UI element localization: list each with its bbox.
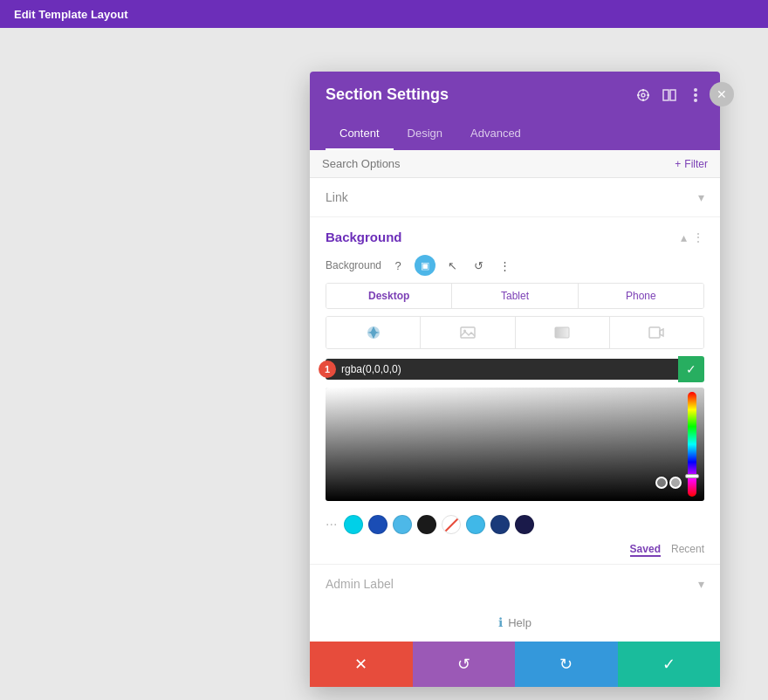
svg-rect-7 bbox=[670, 90, 675, 100]
hue-slider-container bbox=[683, 388, 701, 501]
color-confirm-button[interactable]: ✓ bbox=[678, 356, 704, 382]
color-picker-circle-2[interactable] bbox=[655, 477, 668, 489]
app-title: Edit Template Layout bbox=[14, 8, 128, 21]
svg-rect-6 bbox=[663, 90, 669, 100]
svg-point-8 bbox=[694, 88, 697, 92]
reset-icon[interactable]: ↺ bbox=[469, 256, 488, 275]
filter-icon: + bbox=[675, 158, 681, 170]
modal-body: Link ▾ Background ▴ ⋮ Background ? ▣ bbox=[310, 178, 720, 642]
gradient-black-overlay bbox=[326, 388, 704, 501]
bg-color-type-button[interactable] bbox=[326, 317, 421, 348]
bg-gradient-type-button[interactable] bbox=[516, 317, 610, 348]
top-bar: Edit Template Layout bbox=[0, 0, 768, 28]
admin-label-chevron-icon: ▾ bbox=[698, 577, 704, 591]
recent-tab[interactable]: Recent bbox=[671, 543, 704, 557]
main-area: ✕ Section Settings bbox=[0, 28, 768, 700]
redo-button[interactable]: ↻ bbox=[515, 642, 618, 687]
color-gradient-canvas[interactable] bbox=[326, 388, 704, 501]
desktop-active-icon[interactable]: ▣ bbox=[415, 255, 435, 276]
hue-slider-thumb[interactable] bbox=[685, 474, 699, 478]
background-type-row bbox=[326, 316, 704, 349]
color-value-input[interactable] bbox=[326, 359, 678, 380]
modal-title: Section Settings bbox=[326, 86, 449, 104]
svg-point-9 bbox=[694, 93, 697, 97]
color-badge: 1 bbox=[319, 360, 336, 378]
close-icon: ✕ bbox=[717, 87, 727, 101]
svg-point-10 bbox=[694, 99, 697, 102]
cursor-icon[interactable]: ↖ bbox=[442, 256, 462, 275]
tab-desktop[interactable]: Desktop bbox=[326, 284, 452, 308]
help-circle-icon: ℹ bbox=[498, 615, 503, 629]
swatch-cyan[interactable] bbox=[344, 515, 363, 534]
svg-rect-14 bbox=[555, 327, 569, 338]
background-section-header: Background ▴ ⋮ bbox=[310, 217, 720, 251]
admin-label-title: Admin Label bbox=[326, 577, 394, 591]
columns-icon[interactable] bbox=[661, 86, 678, 104]
search-row: + Filter bbox=[310, 150, 720, 178]
hue-slider-track[interactable] bbox=[688, 392, 696, 497]
tab-tablet[interactable]: Tablet bbox=[452, 284, 578, 308]
saved-colors-row: ··· bbox=[310, 510, 720, 543]
swatch-navy[interactable] bbox=[490, 515, 510, 534]
search-input[interactable] bbox=[322, 157, 675, 170]
swatch-sky-blue[interactable] bbox=[466, 515, 485, 534]
svg-rect-12 bbox=[461, 327, 475, 338]
color-picker-area: 1 ✓ bbox=[326, 356, 704, 501]
filter-button[interactable]: + Filter bbox=[675, 158, 708, 170]
color-tabs-row: Saved Recent bbox=[310, 543, 720, 564]
focus-icon[interactable] bbox=[634, 86, 652, 104]
section-settings-modal: ✕ Section Settings bbox=[310, 72, 720, 687]
options-dots-icon[interactable]: ⋮ bbox=[495, 256, 514, 275]
modal-header-icons bbox=[634, 86, 704, 104]
link-chevron-icon: ▾ bbox=[698, 190, 704, 204]
tab-design[interactable]: Design bbox=[394, 118, 456, 150]
link-title: Link bbox=[326, 190, 348, 204]
device-tabs: Desktop Tablet Phone bbox=[326, 283, 704, 309]
background-more-icon[interactable]: ⋮ bbox=[692, 230, 704, 244]
background-collapse-icon[interactable]: ▴ bbox=[681, 230, 687, 244]
swatch-black[interactable] bbox=[417, 515, 436, 534]
close-button[interactable]: ✕ bbox=[710, 82, 734, 106]
background-controls-row: Background ? ▣ ↖ ↺ ⋮ bbox=[310, 251, 720, 283]
swatch-transparent[interactable] bbox=[442, 515, 461, 534]
background-section: Background ▴ ⋮ Background ? ▣ ↖ ↺ ⋮ bbox=[310, 217, 720, 565]
svg-point-1 bbox=[641, 93, 645, 97]
saved-tab[interactable]: Saved bbox=[630, 543, 661, 557]
background-section-title: Background bbox=[326, 230, 402, 244]
modal-header: Section Settings bbox=[310, 72, 720, 118]
swatch-dark-navy[interactable] bbox=[515, 515, 534, 534]
bg-image-type-button[interactable] bbox=[421, 317, 515, 348]
tab-phone[interactable]: Phone bbox=[579, 284, 703, 308]
more-options-icon[interactable] bbox=[687, 86, 704, 104]
tab-content[interactable]: Content bbox=[326, 118, 394, 150]
filter-label: Filter bbox=[684, 158, 708, 170]
tabs-row: Content Design Advanced bbox=[310, 118, 720, 150]
color-picker-circle-1[interactable] bbox=[669, 477, 682, 489]
svg-rect-16 bbox=[649, 327, 660, 338]
confirm-button[interactable]: ✓ bbox=[618, 642, 721, 687]
admin-label-section[interactable]: Admin Label ▾ bbox=[310, 565, 720, 603]
background-label: Background bbox=[326, 259, 381, 271]
tab-advanced[interactable]: Advanced bbox=[456, 118, 535, 150]
link-section[interactable]: Link ▾ bbox=[310, 178, 720, 217]
help-row: ℹ Help bbox=[310, 603, 720, 642]
swatch-dark-blue[interactable] bbox=[368, 515, 387, 534]
action-bar: ✕ ↺ ↻ ✓ bbox=[310, 642, 720, 687]
color-input-bar: 1 ✓ bbox=[326, 356, 704, 382]
swatch-light-blue[interactable] bbox=[393, 515, 412, 534]
help-label[interactable]: Help bbox=[508, 616, 531, 629]
cancel-button[interactable]: ✕ bbox=[310, 642, 413, 687]
undo-button[interactable]: ↺ bbox=[413, 642, 516, 687]
background-header-controls: ▴ ⋮ bbox=[681, 230, 704, 244]
more-colors-icon[interactable]: ··· bbox=[326, 517, 337, 532]
help-question-icon[interactable]: ? bbox=[388, 256, 408, 275]
bg-video-type-button[interactable] bbox=[610, 317, 703, 348]
